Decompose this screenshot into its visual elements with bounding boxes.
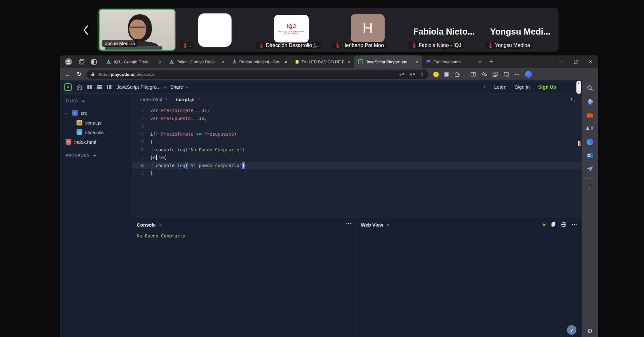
participant-slot[interactable]: IQJINSTITUTO QUINTANARROENSEDE LA JUVENT… [253, 8, 329, 52]
layout-columns-icon[interactable] [87, 84, 93, 89]
add-panel-button[interactable]: + [482, 84, 486, 91]
refresh-button[interactable]: ↻ [75, 71, 83, 78]
editor-tab-index-html[interactable]: index.html× [140, 97, 168, 102]
drop-sidebar-item[interactable] [586, 165, 594, 173]
tab-close-icon[interactable]: × [477, 59, 482, 65]
file-tree-item-index-html[interactable]: <>index.html [66, 137, 132, 147]
translate-icon[interactable]: a [399, 72, 404, 76]
extensions-puzzle-icon[interactable] [454, 71, 460, 77]
tab-close-icon[interactable]: × [346, 59, 352, 65]
learn-link[interactable]: Learn [494, 84, 506, 90]
page-scrollbar[interactable]: ▲▼ [576, 81, 581, 94]
add-file-button[interactable]: + [82, 98, 85, 104]
toolbox-icon[interactable] [586, 112, 593, 118]
editor-tab-script-js[interactable]: script.js× [176, 97, 200, 102]
code-area[interactable]: 1var PrecioTomate = 31;2var Presupuesto … [132, 107, 582, 177]
participant-slot[interactable]: Fabiola Nieto...Fabiola Nieto - IQJ [406, 8, 482, 52]
settings-sidebar-item[interactable]: ⚙ [586, 327, 594, 335]
code-line-3[interactable]: 3 [132, 122, 582, 130]
sign-up-button[interactable]: Sign Up [538, 84, 556, 90]
run-icon[interactable]: ▶ [543, 222, 546, 227]
close-icon[interactable]: × [197, 97, 200, 102]
file-tree-item-src[interactable]: ‹›src [66, 108, 132, 118]
search-sidebar-item[interactable] [586, 84, 594, 92]
participant-slot[interactable]: HHeriberto Pat Moo [330, 8, 406, 52]
extension-icon[interactable]: + [433, 72, 439, 77]
workspaces-icon[interactable] [78, 59, 85, 65]
browser-tab[interactable]: ‹›JavaScript Playground× [354, 55, 422, 68]
globe-icon[interactable] [561, 222, 567, 227]
outlook-icon[interactable] [587, 152, 593, 158]
browser-tab[interactable]: TALLER BÁSICO DE PROG× [291, 55, 354, 68]
close-icon[interactable]: × [387, 222, 389, 228]
share-button[interactable]: Share [170, 84, 188, 90]
close-icon[interactable]: × [165, 97, 167, 102]
ai-sparkle-icon[interactable] [569, 97, 576, 104]
tab-close-icon[interactable]: × [283, 59, 289, 65]
code-line-8[interactable]: 8 console.log("Si puedo comprarlo") [132, 162, 582, 170]
copilot-icon[interactable] [525, 71, 532, 78]
split-screen-icon[interactable] [470, 72, 476, 77]
toolbox-sidebar-item[interactable] [586, 111, 594, 119]
playcode-logo-icon[interactable]: ‹› [64, 83, 72, 91]
console-more-icon[interactable]: ••• [346, 222, 352, 225]
extension-icon[interactable] [444, 72, 449, 77]
search-icon[interactable] [587, 85, 593, 91]
games-sidebar-item[interactable]: ♟♜ [586, 124, 594, 132]
layout-rows-icon[interactable] [97, 84, 102, 89]
code-line-1[interactable]: 1var PrecioTomate = 31; [132, 107, 582, 115]
browser-essentials-icon[interactable] [503, 72, 509, 77]
tab-close-icon[interactable]: × [157, 59, 162, 65]
outlook-sidebar-item[interactable] [586, 151, 594, 159]
tab-close-icon[interactable]: × [220, 59, 225, 65]
more-icon[interactable]: ••• [515, 73, 520, 76]
games-icon[interactable]: ♟♜ [586, 125, 594, 131]
close-button[interactable]: × [583, 55, 598, 68]
minimize-button[interactable] [554, 55, 568, 68]
file-tree-item-script-js[interactable]: JSscript.js [66, 118, 132, 127]
back-button[interactable]: ← [64, 71, 71, 78]
copy-icon[interactable] [551, 222, 556, 227]
back-chevron-icon[interactable] [83, 25, 89, 36]
shopping-icon[interactable] [586, 98, 593, 105]
more-icon[interactable]: ••• [572, 223, 577, 226]
code-line-5[interactable]: 5{ [132, 138, 582, 146]
shopping-sidebar-item[interactable] [586, 98, 594, 105]
code-line-2[interactable]: 2var Presupuesto = 30; [132, 115, 582, 123]
participant-slot[interactable]: Yongsu Medi...Yongsu Medina [482, 8, 558, 52]
home-icon[interactable] [77, 84, 82, 90]
close-icon[interactable]: × [159, 222, 162, 228]
browser-tab[interactable]: Taller - Google Drive× [165, 55, 228, 68]
microsoft-365-sidebar-item[interactable] [586, 138, 594, 146]
file-tree-item-style-css[interactable]: {}style.css [66, 127, 132, 137]
drop-paper-plane-icon[interactable] [586, 166, 593, 172]
tab-actions-icon[interactable] [91, 59, 97, 65]
chevron-down-icon[interactable] [65, 111, 69, 115]
microsoft-365-icon[interactable] [587, 139, 593, 145]
code-line-7[interactable]: 7}else{ [132, 154, 582, 162]
new-tab-button[interactable]: + [485, 58, 497, 65]
participant-video-tile[interactable]: Josue Medina [99, 9, 175, 51]
add-package-button[interactable]: + [94, 152, 96, 158]
code-line-9[interactable]: 9} [132, 169, 582, 177]
read-aloud-icon[interactable]: A [410, 72, 415, 76]
participant-slot[interactable]: . [177, 8, 253, 52]
favorite-star-icon[interactable]: ☆ [420, 71, 424, 77]
settings-gear-icon[interactable]: ⚙ [587, 327, 593, 335]
code-line-6[interactable]: 6 console.log("No Puedo Comprarlo") [132, 146, 582, 154]
favorites-icon[interactable] [481, 72, 487, 77]
address-bar[interactable]: https://playcode.io/javascript aA☆ [87, 70, 428, 79]
browser-tab[interactable]: Página principal - Google× [228, 55, 291, 68]
browser-tab[interactable]: IQJ - Google Drive× [102, 55, 165, 68]
sign-in-link[interactable]: Sign In [515, 84, 530, 90]
project-name-dropdown[interactable]: JavaScript Playgro... [117, 84, 166, 90]
browser-tab[interactable]: Font Awesome× [422, 55, 485, 68]
profile-avatar-icon[interactable] [65, 58, 72, 66]
tab-close-icon[interactable]: × [414, 59, 420, 65]
layout-split-icon[interactable] [106, 84, 112, 89]
restore-button[interactable] [568, 55, 583, 68]
help-button[interactable]: ? [567, 325, 576, 335]
code-line-4[interactable]: 4if( PrecioTomate >= Presupuesto) [132, 130, 582, 138]
add-sidebar-item-button[interactable]: + [586, 184, 594, 192]
collections-icon[interactable] [493, 72, 498, 77]
